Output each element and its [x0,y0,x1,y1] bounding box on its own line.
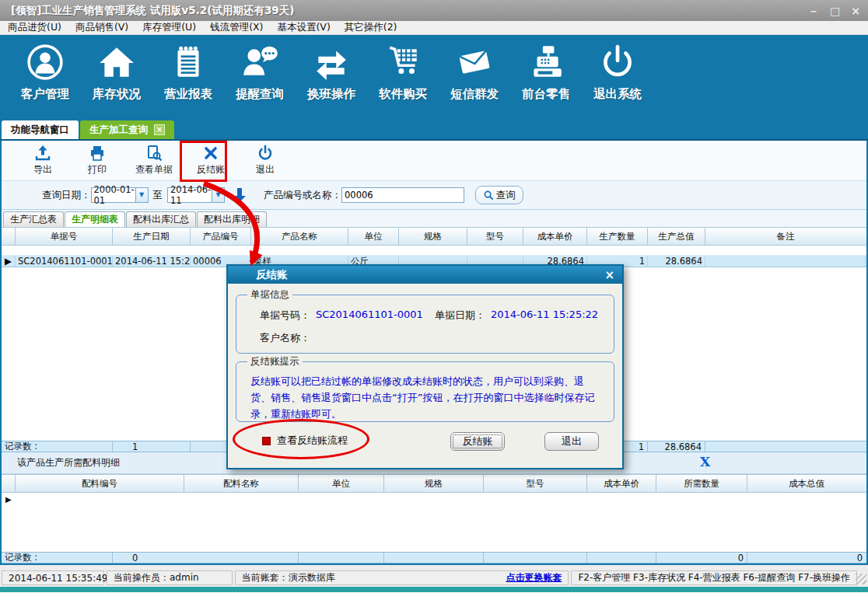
col-model[interactable]: 型号 [467,228,523,245]
dialog-title: 反结账 [256,268,288,282]
switch-account-link[interactable]: 点击更换账套 [506,571,562,584]
subtab-production-summary[interactable]: 生产汇总表 [3,211,64,227]
menu-item-sales[interactable]: 商品销售(V) [75,21,128,34]
notepad-icon [169,43,208,82]
exit-button[interactable]: 退出 [238,145,292,176]
toolbar-exit-system[interactable]: 退出系统 [582,43,653,103]
query-date-label: 查询日期： [42,189,91,202]
x-icon [202,145,219,162]
col-product-name[interactable]: 产品名称 [251,228,348,245]
window-controls: － □ × [808,5,860,17]
toolbar-reminder-query[interactable]: 提醒查询 [224,43,296,103]
col-unit-cost[interactable]: 成本单价 [523,228,587,245]
cell-prod-date: 2014-06-11 15:25: [113,256,191,267]
menu-bar: 商品进货(U) 商品销售(V) 库存管理(U) 钱流管理(X) 基本设置(V) … [0,21,868,35]
search-label: 查询 [496,189,516,202]
col-remark[interactable]: 备注 [705,228,866,245]
toolbar-business-report[interactable]: 营业报表 [152,43,224,103]
sum-filler [587,553,656,563]
subtab-material-out-summary[interactable]: 配料出库汇总 [126,211,196,227]
col-total[interactable]: 生产总值 [648,228,705,245]
sum-filler [484,553,587,563]
down-arrow-icon[interactable] [233,187,247,203]
menu-item-cashflow[interactable]: 钱流管理(X) [210,21,263,34]
envelope-icon [455,43,494,82]
chevron-down-icon[interactable]: ▼ [212,188,224,202]
col-spec[interactable]: 规格 [384,475,484,492]
col-doc-no[interactable]: 单据号 [16,228,113,245]
material-table: 配料编号 配料名称 单位 规格 型号 成本单价 所需数量 成本总值 ▶ 记录数 … [2,474,866,563]
dialog-reverse-button[interactable]: 反结账 [450,432,505,451]
view-flow-link[interactable]: 查看反结账流程 [262,434,348,448]
col-qty[interactable]: 生产数量 [587,228,648,245]
chevron-down-icon[interactable]: ▼ [135,188,148,202]
export-button[interactable]: 导出 [16,145,70,176]
product-search-input[interactable] [341,187,464,203]
status-bar: 2014-06-11 15:35:49 当前操作员：admin 当前账套：演示数… [0,569,868,587]
subtab-label: 配料出库汇总 [133,213,189,226]
col-prod-date[interactable]: 生产日期 [113,228,191,245]
action-bar: 导出 打印 查看单据 反结账 退出 [2,141,866,181]
date-to-combobox[interactable]: 2014-06-11 ▼ [167,187,225,203]
col-unit[interactable]: 单位 [299,475,384,492]
toolbar-pos-retail[interactable]: 前台零售 [510,43,582,103]
tab-close-icon[interactable]: × [154,124,165,135]
home-icon [97,43,136,82]
header-indicator [2,228,16,245]
sum-filler [384,553,484,563]
menu-item-inventory[interactable]: 库存管理(U) [142,21,196,34]
dialog-title-bar: 反结账 × [228,266,622,284]
close-detail-icon[interactable]: X [700,454,710,469]
subtab-production-detail[interactable]: 生产明细表 [65,211,125,227]
print-button[interactable]: 打印 [70,145,124,176]
document-search-icon [145,145,163,162]
col-spec[interactable]: 规格 [399,228,467,245]
date-to-value: 2014-06-11 [168,184,212,206]
main-toolbar: 客户管理 库存状况 营业报表 提醒查询 换班操作 软件购买 短信群发 前台零售 [0,35,868,120]
subtab-label: 生产明细表 [72,213,118,226]
view-document-button[interactable]: 查看单据 [124,145,184,176]
row-indicator: ▶ [2,256,16,267]
close-button[interactable]: × [851,5,860,17]
toolbar-label: 提醒查询 [236,86,284,103]
reverse-settle-button[interactable]: 反结账 [184,145,238,176]
toolbar-shift-change[interactable]: 换班操作 [296,43,367,103]
minimize-button[interactable]: － [808,5,819,17]
tab-production-query[interactable]: 生产加工查询 × [80,120,174,139]
material-detail-title: 该产品生产所需配料明细 [17,456,120,469]
header-indicator [2,475,16,492]
toolbar-label: 客户管理 [21,86,69,103]
maximize-button[interactable]: □ [830,5,840,17]
col-needed-qty[interactable]: 所需数量 [656,475,747,492]
menu-item-other[interactable]: 其它操作(2) [345,21,397,34]
col-material-code[interactable]: 配料编号 [16,475,184,492]
col-product-code[interactable]: 产品编号 [191,228,251,245]
reverse-settlement-dialog: 反结账 × 单据信息 单据号码： SC2014061101-0001 单据日期：… [226,264,624,469]
col-unit[interactable]: 单位 [348,228,399,245]
action-label: 打印 [88,163,107,176]
tab-function-nav[interactable]: 功能导航窗口 [2,120,79,139]
col-material-name[interactable]: 配料名称 [184,475,299,492]
swap-arrows-icon [312,43,351,82]
record-count-label: 记录数 : [2,441,113,452]
sum-remark [705,441,866,452]
toolbar-sms-broadcast[interactable]: 短信群发 [439,43,510,103]
toolbar-label: 退出系统 [593,86,642,103]
subtab-material-out-detail[interactable]: 配料出库明细 [197,211,267,227]
toolbar-software-buy[interactable]: 软件购买 [367,43,439,103]
toolbar-label: 换班操作 [307,86,355,103]
col-unit-cost[interactable]: 成本单价 [587,475,656,492]
col-total-cost[interactable]: 成本总值 [747,475,866,492]
dialog-exit-button[interactable]: 退出 [544,432,599,451]
printer-icon [89,145,106,162]
menu-item-settings[interactable]: 基本设置(V) [277,21,330,34]
menu-item-purchase[interactable]: 商品进货(U) [8,21,61,34]
resize-grip-icon[interactable] [856,574,866,584]
toolbar-stock-status[interactable]: 库存状况 [81,43,152,103]
toolbar-customer-mgmt[interactable]: 客户管理 [9,43,81,103]
col-model[interactable]: 型号 [484,475,587,492]
view-flow-label: 查看反结账流程 [277,434,348,448]
search-button[interactable]: 查询 [475,186,523,204]
dialog-close-icon[interactable]: × [604,268,614,282]
date-from-combobox[interactable]: 2000-01-01 ▼ [91,187,149,203]
